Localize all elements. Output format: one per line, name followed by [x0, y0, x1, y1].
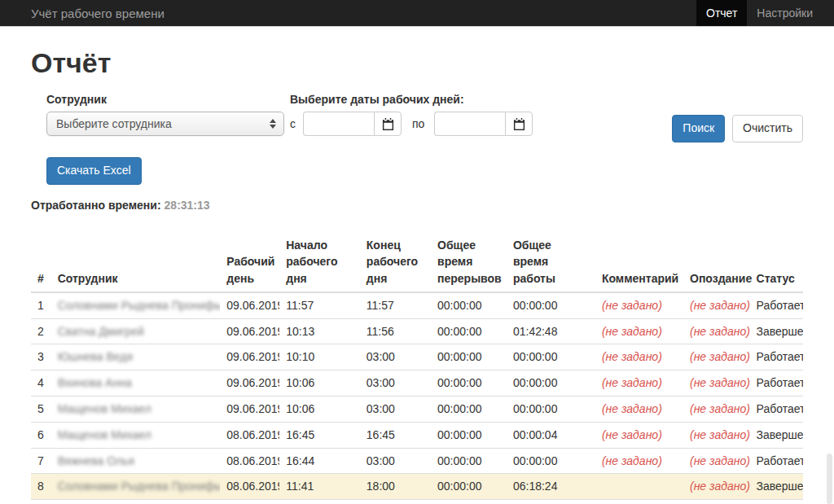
row-number-cell: 6	[31, 422, 51, 448]
date-from-calendar-button[interactable]	[374, 112, 402, 136]
table-row: 8 Соловнами Рыднева Пронифьевна 08.06.20…	[31, 474, 803, 500]
calendar-icon	[382, 118, 394, 130]
day-end-cell: 18:00	[360, 474, 431, 500]
work-total-cell: 00:00:00	[507, 500, 595, 504]
lateness-cell: (не задано)	[683, 292, 750, 318]
status-cell: Работает	[750, 448, 803, 474]
column-header: Общее время работы	[507, 232, 595, 292]
column-header: Комментарий	[595, 232, 683, 292]
status-cell: Работает	[750, 397, 803, 423]
work-total-cell: 00:00:00	[507, 292, 595, 318]
table-row: 9 Вяжнева Олья 07.06.2019 13:36 03:00 00…	[31, 500, 803, 504]
column-header: Опоздание	[683, 232, 750, 292]
work-date-cell: 08.06.2019	[220, 448, 279, 474]
status-cell: Завершен	[750, 474, 803, 500]
day-end-cell: 16:45	[360, 422, 431, 448]
breaks-total-cell: 00:00:00	[431, 448, 507, 474]
status-cell: Работает	[750, 344, 803, 370]
day-start-cell: 10:06	[279, 397, 360, 423]
column-header: #	[31, 232, 51, 292]
lateness-cell: (не задано)	[683, 448, 750, 474]
row-number-cell: 1	[31, 292, 51, 318]
status-cell: Работает	[750, 292, 803, 318]
report-table: #СотрудникРабочий деньНачало рабочего дн…	[31, 232, 803, 504]
table-row: 7 Вяжнева Олья 08.06.2019 16:44 03:00 00…	[31, 448, 803, 474]
work-total-cell: 01:42:48	[507, 318, 595, 344]
table-row: 5 Мащенов Михаел 09.06.2019 10:06 03:00 …	[31, 397, 803, 423]
column-header: Конец рабочего дня	[360, 232, 431, 292]
work-total-cell: 00:00:00	[507, 370, 595, 397]
column-header: Рабочий день	[220, 232, 279, 292]
comment-cell: (не задано)	[595, 422, 683, 448]
date-from-input[interactable]	[303, 112, 374, 136]
employee-name-redacted: Юшнева Ведя	[58, 350, 133, 363]
filters-row: Сотрудник Выберите сотрудника Выберите д…	[31, 93, 803, 142]
day-end-cell: 11:56	[360, 318, 431, 344]
employee-name-redacted: Сватна Дмигрей	[58, 325, 144, 338]
work-date-cell: 07.06.2019	[220, 500, 279, 504]
work-date-cell: 08.06.2019	[220, 474, 279, 500]
work-date-cell: 09.06.2019	[220, 397, 279, 423]
day-end-cell: 03:00	[360, 397, 431, 423]
day-start-cell: 16:45	[279, 422, 360, 448]
column-header: Общее время перерывов	[431, 232, 507, 292]
row-number-cell: 8	[31, 474, 51, 500]
breaks-total-cell: 00:00:00	[431, 318, 507, 344]
clear-button[interactable]: Очистить	[732, 115, 803, 142]
lateness-cell: (не задано)	[683, 397, 750, 423]
day-end-cell: 03:00	[360, 370, 431, 397]
employee-name-cell: Мащенов Михаел	[51, 397, 221, 423]
employee-name-cell: Вхинова Анна	[51, 370, 221, 397]
work-date-cell: 09.06.2019	[220, 370, 279, 397]
employee-select[interactable]: Выберите сотрудника	[46, 112, 284, 136]
table-header-row: #СотрудникРабочий деньНачало рабочего дн…	[31, 232, 803, 292]
download-excel-button[interactable]: Скачать Excel	[46, 157, 142, 185]
date-to-calendar-button[interactable]	[505, 112, 533, 136]
status-cell: Работает	[750, 500, 803, 504]
date-to-input[interactable]	[434, 112, 505, 136]
day-start-cell: 10:06	[279, 370, 360, 397]
worked-time-summary: Отработанно времени:28:31:13	[31, 199, 803, 212]
calendar-icon	[513, 118, 525, 130]
filter-actions: Поиск Очистить	[672, 93, 803, 142]
day-end-cell: 11:57	[360, 292, 431, 318]
day-start-cell: 10:10	[279, 344, 360, 370]
employee-name-cell: Соловнами Рыднева Пронифьевна	[51, 292, 221, 318]
work-date-cell: 09.06.2019	[220, 344, 279, 370]
employee-name-cell: Соловнами Рыднева Пронифьевна	[51, 474, 221, 500]
page-title: Отчёт	[31, 47, 803, 79]
employee-name-redacted: Мащенов Михаел	[58, 428, 151, 441]
breaks-total-cell: 00:00:00	[431, 422, 507, 448]
row-number-cell: 5	[31, 397, 51, 423]
breaks-total-cell: 00:00:00	[431, 370, 507, 397]
lateness-cell: (не задано)	[683, 318, 750, 344]
day-start-cell: 16:44	[279, 448, 360, 474]
work-total-cell: 06:18:24	[507, 474, 595, 500]
breaks-total-cell: 00:00:00	[431, 397, 507, 423]
select-arrows-icon	[270, 119, 276, 129]
comment-cell: (не задано)	[595, 448, 683, 474]
nav-tab-settings[interactable]: Настройки	[747, 0, 823, 26]
employee-name-cell: Юшнева Ведя	[51, 344, 221, 370]
table-row: 3 Юшнева Ведя 09.06.2019 10:10 03:00 00:…	[31, 344, 803, 370]
day-end-cell: 03:00	[360, 344, 431, 370]
day-start-cell: 11:41	[279, 474, 360, 500]
work-total-cell: 00:00:00	[507, 448, 595, 474]
status-cell: Завершен	[750, 318, 803, 344]
employee-name-redacted: Соловнами Рыднева Пронифьевна	[58, 480, 221, 493]
day-start-cell: 13:36	[279, 500, 360, 504]
row-number-cell: 4	[31, 370, 51, 397]
report-table-body: 1 Соловнами Рыднева Пронифьевна 09.06.20…	[31, 292, 803, 504]
search-button[interactable]: Поиск	[672, 115, 725, 142]
comment-cell: (не задано)	[595, 292, 683, 318]
day-end-cell: 03:00	[360, 448, 431, 474]
vertical-scrollbar[interactable]	[827, 454, 832, 504]
breaks-total-cell: 00:00:00	[431, 292, 507, 318]
employee-name-cell: Вяжнева Олья	[51, 448, 221, 474]
top-navbar: Учёт рабочего времени Отчет Настройки	[0, 0, 834, 27]
breaks-total-cell: 00:00:00	[431, 474, 507, 500]
work-total-cell: 00:00:00	[507, 397, 595, 423]
work-date-cell: 08.06.2019	[220, 422, 279, 448]
table-row: 2 Сватна Дмигрей 09.06.2019 10:13 11:56 …	[31, 318, 803, 344]
nav-tab-report[interactable]: Отчет	[696, 0, 747, 26]
